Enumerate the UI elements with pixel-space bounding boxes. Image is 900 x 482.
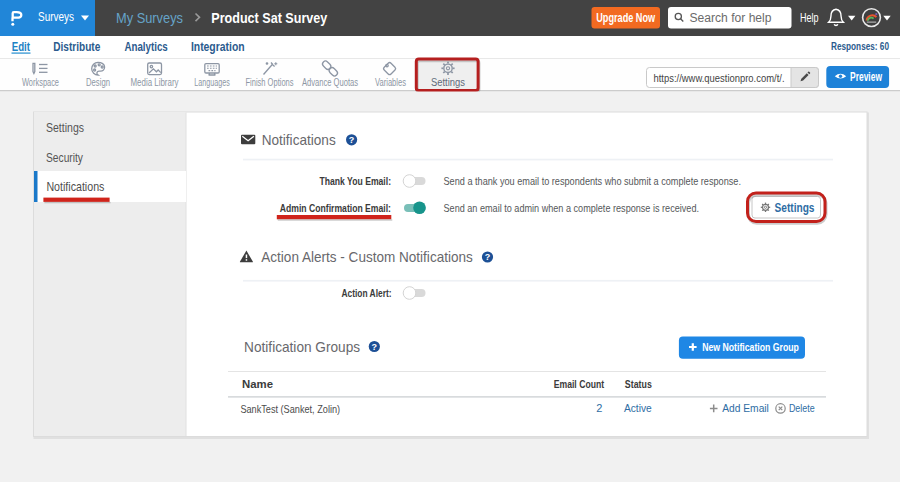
svg-text:Help: Help xyxy=(800,11,819,25)
svg-text:Email Count: Email Count xyxy=(554,378,605,390)
svg-text:Responses: 60: Responses: 60 xyxy=(831,40,889,52)
svg-text:2: 2 xyxy=(596,402,602,414)
svg-text:Send an email to admin when a: Send an email to admin when a complete r… xyxy=(444,202,700,214)
svg-text:Action Alerts - Custom Notific: Action Alerts - Custom Notifications xyxy=(261,248,473,265)
svg-text:Preview: Preview xyxy=(850,70,882,84)
svg-text:Design: Design xyxy=(86,77,110,88)
svg-text:Delete: Delete xyxy=(789,402,815,414)
svg-text:New Notification Group: New Notification Group xyxy=(702,341,799,353)
svg-text:Upgrade Now: Upgrade Now xyxy=(596,11,656,25)
svg-text:Notifications: Notifications xyxy=(262,131,336,148)
svg-text:Settings: Settings xyxy=(775,201,815,215)
svg-text:Search for help: Search for help xyxy=(690,11,772,25)
svg-text:Variables: Variables xyxy=(375,77,406,88)
svg-text:Status: Status xyxy=(625,378,652,390)
svg-text:Integration: Integration xyxy=(191,40,245,54)
svg-text:Edit: Edit xyxy=(12,40,31,54)
svg-text:?: ? xyxy=(349,135,355,145)
svg-text:Send a thank you email to resp: Send a thank you email to respondents wh… xyxy=(444,175,742,187)
svg-text:Settings: Settings xyxy=(431,77,465,88)
svg-text:Distribute: Distribute xyxy=(53,40,100,54)
svg-text:?: ? xyxy=(372,342,378,352)
svg-text:Advance Quotas: Advance Quotas xyxy=(302,77,358,88)
svg-text:Thank You Email:: Thank You Email: xyxy=(320,175,392,187)
svg-text:My Surveys: My Surveys xyxy=(116,9,183,26)
svg-text:https://www.questionpro.com/t/: https://www.questionpro.com/t/. xyxy=(654,72,785,84)
svg-text:Active: Active xyxy=(624,402,652,414)
svg-text:Languages: Languages xyxy=(194,77,230,88)
svg-text:Name: Name xyxy=(242,378,273,390)
svg-text:Surveys: Surveys xyxy=(38,10,74,24)
svg-text:Notifications: Notifications xyxy=(46,179,104,194)
svg-text:Notification Groups: Notification Groups xyxy=(244,338,360,355)
svg-text:Analytics: Analytics xyxy=(124,40,167,54)
svg-text:?: ? xyxy=(485,252,491,262)
svg-text:Security: Security xyxy=(46,150,83,165)
svg-text:SankTest (Sanket, Zolin): SankTest (Sanket, Zolin) xyxy=(240,403,340,415)
svg-text:Admin Confirmation Email:: Admin Confirmation Email: xyxy=(280,202,391,214)
svg-text:Action Alert:: Action Alert: xyxy=(342,287,392,299)
svg-text:Media Library: Media Library xyxy=(131,77,179,88)
svg-text:Workspace: Workspace xyxy=(22,77,59,88)
svg-text:Add Email: Add Email xyxy=(722,402,769,414)
svg-text:Settings: Settings xyxy=(46,120,84,135)
svg-text:Product Sat Survey: Product Sat Survey xyxy=(211,9,328,26)
svg-text:Finish Options: Finish Options xyxy=(246,77,294,88)
